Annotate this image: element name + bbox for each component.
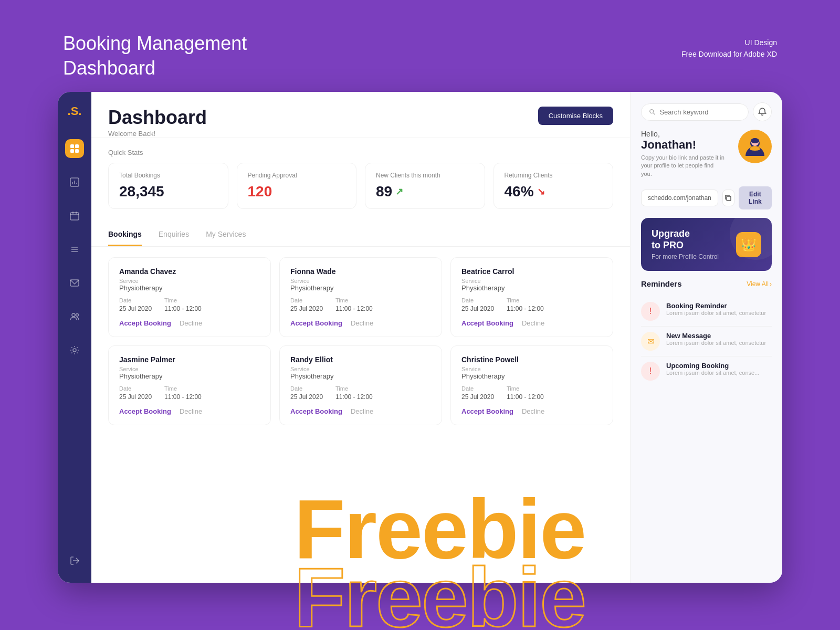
upgrade-card[interactable]: Upgrade to PRO For more Profile Control …: [641, 218, 772, 271]
reminder-item-2: ! Upcoming Booking Lorem ipsum dolor sit…: [641, 356, 772, 386]
notification-icon[interactable]: [753, 102, 772, 121]
booking-service-label-0: Service: [119, 278, 260, 284]
decline-button-5[interactable]: Decline: [522, 407, 544, 415]
view-all-button[interactable]: View All ›: [747, 280, 772, 288]
sidebar-item-calendar[interactable]: [65, 206, 84, 225]
svg-rect-8: [70, 213, 79, 220]
booking-row-0: Date 25 Jul 2020 Time 11:00 - 12:00: [119, 297, 260, 313]
tab-bookings[interactable]: Bookings: [108, 224, 142, 246]
booking-card-5: Christine Powell Service Physiotherapy D…: [450, 345, 613, 425]
booking-date-field-1: Date 25 Jul 2020: [290, 297, 323, 313]
sidebar-item-clients[interactable]: [65, 307, 84, 326]
bookings-grid: Amanda Chavez Service Physiotherapy Date…: [108, 257, 613, 425]
quick-stats-title: Quick Stats: [108, 149, 613, 156]
booking-date-field-4: Date 25 Jul 2020: [290, 385, 323, 401]
stat-value-new-clients: 89 ↗: [376, 183, 474, 200]
decline-button-2[interactable]: Decline: [522, 319, 544, 327]
booking-service-label-2: Service: [461, 278, 602, 284]
booking-card-4: Randy Elliot Service Physiotherapy Date …: [279, 345, 442, 425]
sidebar: .S.: [58, 92, 91, 583]
profile-link: scheddo.com/jonathan: [641, 190, 718, 206]
tab-enquiries[interactable]: Enquiries: [159, 224, 189, 246]
sidebar-item-messages[interactable]: [65, 274, 84, 292]
accept-button-2[interactable]: Accept Booking: [461, 319, 513, 327]
booking-actions-3: Accept Booking Decline: [119, 407, 260, 415]
welcome-text: Welcome Back!: [108, 130, 207, 138]
booking-row-3: Date 25 Jul 2020 Time 11:00 - 12:00: [119, 385, 260, 401]
booking-time-field-0: Time 11:00 - 12:00: [164, 297, 202, 313]
booking-service-value-0: Physiotherapy: [119, 284, 260, 292]
booking-name-0: Amanda Chavez: [119, 267, 260, 276]
bg-subtitle: UI Design Free Download for Adobe XD: [681, 37, 777, 60]
booking-service-value-3: Physiotherapy: [119, 372, 260, 380]
reminder-item-1: ✉ New Message Lorem ipsum dolor sit amet…: [641, 327, 772, 356]
decline-button-4[interactable]: Decline: [351, 407, 373, 415]
booking-date-field-0: Date 25 Jul 2020: [119, 297, 152, 313]
booking-service-label-4: Service: [290, 366, 431, 372]
sidebar-item-analytics[interactable]: [65, 173, 84, 192]
bio-text: Copy your bio link and paste it in your …: [641, 154, 725, 178]
booking-service-label-3: Service: [119, 366, 260, 372]
search-input[interactable]: [659, 108, 741, 116]
quick-stats-section: Quick Stats Total Bookings 28,345 Pendin…: [91, 138, 630, 219]
svg-point-16: [72, 313, 75, 317]
booking-time-field-5: Time 11:00 - 12:00: [507, 385, 544, 401]
stat-pending: Pending Approval 120: [237, 163, 357, 209]
accept-button-0[interactable]: Accept Booking: [119, 319, 171, 327]
decline-button-0[interactable]: Decline: [180, 319, 202, 327]
booking-time-field-2: Time 11:00 - 12:00: [507, 297, 544, 313]
booking-service-value-5: Physiotherapy: [461, 372, 602, 380]
upgrade-subtitle: For more Profile Control: [652, 253, 719, 260]
sidebar-logo: .S.: [68, 104, 82, 118]
svg-rect-25: [727, 196, 731, 201]
svg-point-24: [751, 138, 759, 143]
reminder-sub-2: Lorem ipsum dolor sit amet, conse...: [666, 370, 759, 376]
customise-button[interactable]: Customise Blocks: [538, 107, 613, 125]
edit-link-button[interactable]: Edit Link: [739, 186, 772, 209]
trend-up-icon: ↗: [395, 186, 403, 197]
reminder-title-0: Booking Reminder: [666, 302, 766, 310]
reminder-text-2: Upcoming Booking Lorem ipsum dolor sit a…: [666, 362, 759, 376]
profile-text: Hello, Jonathan! Copy your bio link and …: [641, 130, 725, 178]
booking-actions-1: Accept Booking Decline: [290, 319, 431, 327]
decline-button-1[interactable]: Decline: [351, 319, 373, 327]
svg-point-17: [76, 314, 79, 317]
reminders-title: Reminders: [641, 279, 682, 288]
tab-my-services[interactable]: My Services: [206, 224, 246, 246]
stat-value-total: 28,345: [119, 183, 217, 200]
sidebar-item-dashboard[interactable]: [65, 139, 84, 158]
booking-service-value-2: Physiotherapy: [461, 284, 602, 292]
decline-button-3[interactable]: Decline: [180, 407, 202, 415]
search-icon: [649, 108, 655, 116]
trend-down-icon: ↘: [537, 186, 545, 197]
freebie-outline-text: Freebie: [294, 549, 585, 630]
tabs: Bookings Enquiries My Services: [91, 224, 630, 247]
booking-time-field-1: Time 11:00 - 12:00: [335, 297, 373, 313]
copy-link-button[interactable]: [722, 190, 734, 206]
profile-section: Hello, Jonathan! Copy your bio link and …: [641, 130, 772, 178]
booking-service-value-4: Physiotherapy: [290, 372, 431, 380]
chevron-right-icon: ›: [770, 280, 772, 288]
reminder-title-2: Upcoming Booking: [666, 362, 759, 370]
stat-label-pending: Pending Approval: [248, 172, 346, 179]
booking-time-field-4: Time 11:00 - 12:00: [335, 385, 373, 401]
sidebar-item-settings[interactable]: [65, 341, 84, 360]
booking-name-5: Christine Powell: [461, 355, 602, 364]
booking-date-field-2: Date 25 Jul 2020: [461, 297, 494, 313]
reminder-text-1: New Message Lorem ipsum dolor sit amet, …: [666, 332, 766, 346]
stats-grid: Total Bookings 28,345 Pending Approval 1…: [108, 163, 613, 209]
sidebar-logout[interactable]: [65, 551, 84, 570]
reminders-header: Reminders View All ›: [641, 279, 772, 288]
booking-service-label-1: Service: [290, 278, 431, 284]
accept-button-5[interactable]: Accept Booking: [461, 407, 513, 415]
accept-button-1[interactable]: Accept Booking: [290, 319, 342, 327]
sidebar-item-list[interactable]: [65, 240, 84, 259]
reminders-list: ! Booking Reminder Lorem ipsum dolor sit…: [641, 297, 772, 386]
crown-icon: 👑: [736, 232, 761, 257]
search-wrapper[interactable]: [641, 103, 749, 121]
accept-button-4[interactable]: Accept Booking: [290, 407, 342, 415]
booking-name-1: Fionna Wade: [290, 267, 431, 276]
svg-rect-2: [70, 149, 74, 153]
reminder-icon-0: !: [641, 302, 660, 321]
accept-button-3[interactable]: Accept Booking: [119, 407, 171, 415]
